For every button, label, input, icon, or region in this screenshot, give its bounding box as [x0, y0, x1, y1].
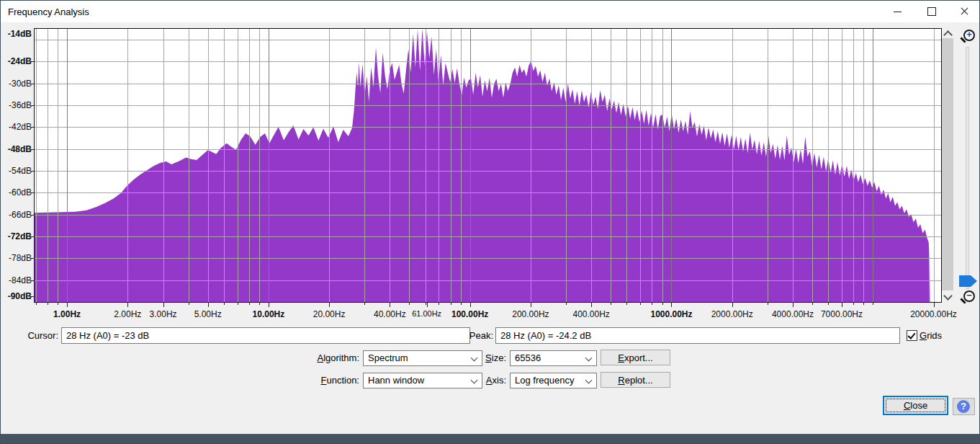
x-tickmark-minor	[409, 302, 410, 305]
x-tickmark-minor	[189, 302, 189, 305]
frequency-analysis-window: Frequency Analysis -14dB-24dB-30dB-36dB-…	[0, 0, 980, 444]
x-tickmark-major	[531, 302, 531, 307]
cursor-label: Cursor:	[1, 330, 58, 341]
checkmark-icon	[907, 331, 915, 339]
y-tickmark	[31, 296, 34, 297]
x-tickmark-minor	[863, 302, 864, 305]
x-tickmark-major	[470, 302, 471, 307]
x-tickmark-major	[390, 302, 390, 307]
axis-select[interactable]: Log frequency	[510, 373, 597, 388]
x-tickmark-minor	[652, 302, 652, 305]
maximize-icon	[927, 7, 936, 16]
zoom-slider-track[interactable]	[966, 47, 969, 289]
zoom-in-icon[interactable]: +	[963, 30, 975, 41]
x-tickmark-major	[127, 302, 128, 307]
x-tickmark-minor	[224, 302, 225, 305]
size-label: Size:	[449, 352, 506, 363]
x-tick-label: 20.00Hz	[313, 309, 346, 319]
x-tickmark-minor	[36, 302, 37, 305]
x-tickmark-minor	[48, 302, 48, 305]
x-tickmark-minor	[640, 302, 641, 305]
replot-button[interactable]: Replot...	[601, 372, 670, 388]
y-tick-label: -66dB	[1, 210, 32, 220]
y-tick-label: -78dB	[1, 253, 32, 263]
y-tick-label: -36dB	[1, 100, 32, 110]
x-tickmark-minor	[566, 302, 567, 305]
x-tick-label: 2.00Hz	[114, 309, 141, 319]
x-tickmark-minor	[238, 302, 238, 305]
peak-label: Peak:	[447, 330, 493, 341]
y-tickmark	[31, 215, 34, 216]
x-tick-label: 2000.00Hz	[711, 309, 753, 319]
chevron-down-icon	[585, 355, 593, 362]
vertical-scrollbar-thumb[interactable]	[942, 38, 953, 290]
background-strip	[1, 434, 979, 444]
x-tick-label: 10.00Hz	[253, 309, 285, 319]
y-tickmark	[31, 84, 34, 84]
grids-checkbox[interactable]	[907, 330, 917, 341]
minimize-icon	[894, 12, 902, 12]
y-tickmark	[31, 149, 34, 150]
x-tick-label: 400.00Hz	[572, 309, 609, 319]
x-tickmark-minor	[662, 302, 663, 305]
x-tickmark-minor	[768, 302, 768, 305]
algorithm-label: Algorithm:	[274, 352, 359, 363]
zoom-slider-thumb[interactable]	[959, 275, 977, 287]
x-tick-label: 200.00Hz	[512, 309, 549, 319]
x-tick-label: 61.00Hz	[412, 309, 441, 318]
y-tick-label: -60dB	[1, 187, 32, 197]
x-tickmark-major	[842, 302, 842, 307]
grids-checkbox-label[interactable]: Grids	[920, 330, 942, 341]
maximize-button[interactable]	[915, 1, 948, 22]
x-tick-label: 5.00Hz	[194, 309, 222, 319]
y-tick-label: -30dB	[1, 79, 32, 89]
export-button[interactable]: Export...	[601, 350, 670, 365]
help-button[interactable]: ?	[953, 398, 975, 415]
peak-readout[interactable]: 28 Hz (A0) = -24.2 dB	[495, 327, 900, 344]
chevron-down-icon	[585, 377, 593, 384]
y-tick-label: -84dB	[1, 275, 32, 285]
scrollbar-down-icon[interactable]	[943, 291, 953, 301]
x-tickmark-minor	[873, 302, 873, 305]
x-tick-label: 7000.00Hz	[821, 309, 863, 319]
y-tickmark	[31, 61, 34, 62]
question-mark-icon: ?	[957, 400, 970, 413]
x-tick-label: 100.00Hz	[451, 309, 488, 319]
zoom-out-icon[interactable]: −	[963, 290, 975, 302]
x-tickmark-minor	[853, 302, 854, 305]
x-tickmark-minor	[259, 302, 260, 305]
x-tickmark-minor	[58, 302, 58, 305]
y-tickmark	[31, 127, 34, 128]
y-tick-label: -42dB	[1, 122, 32, 132]
x-tickmark-minor	[426, 302, 426, 305]
x-tick-label: 3.00Hz	[150, 309, 177, 319]
x-tickmark-minor	[626, 302, 627, 305]
minimize-button[interactable]	[881, 1, 914, 22]
y-tickmark	[31, 236, 34, 237]
x-tickmark-major	[427, 302, 428, 307]
y-tick-label: -90dB	[1, 291, 32, 301]
x-tickmark-minor	[364, 302, 365, 305]
x-tickmark-major	[793, 302, 794, 307]
cursor-readout[interactable]: 28 Hz (A0) = -23 dB	[61, 327, 470, 344]
x-tickmark-major	[208, 302, 209, 307]
x-tickmark-major	[671, 302, 672, 307]
x-tick-label: 1000.00Hz	[650, 309, 692, 319]
y-tick-label: -72dB	[1, 231, 32, 241]
x-tick-label: 1.00Hz	[53, 309, 81, 319]
x-tickmark-major	[269, 302, 269, 307]
y-tickmark	[31, 192, 34, 193]
spectrum-plot[interactable]	[34, 28, 942, 303]
axis-label: Axis:	[449, 375, 506, 386]
window-title: Frequency Analysis	[8, 6, 89, 17]
x-tickmark-minor	[611, 302, 611, 305]
x-tickmark-minor	[812, 302, 813, 305]
close-window-button[interactable]	[948, 1, 980, 22]
x-tickmark-major	[67, 302, 68, 307]
close-button[interactable]: Close	[883, 396, 948, 415]
x-tickmark-minor	[461, 302, 462, 305]
y-tick-label: -54dB	[1, 166, 32, 176]
spectrum-svg	[35, 29, 941, 302]
size-select[interactable]: 65536	[510, 350, 597, 366]
y-tickmark	[31, 105, 34, 106]
